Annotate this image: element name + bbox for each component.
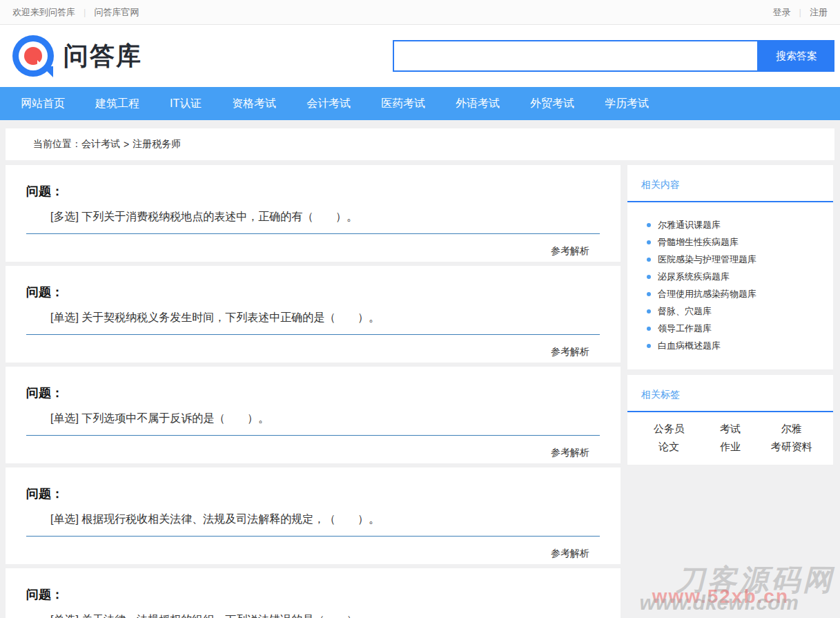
question-card: 问题： [单选] 根据现行税收相关法律、法规及司法解释的规定，（ ）。 参考解析 (6, 467, 621, 564)
bullet-dot-icon (647, 327, 651, 331)
nav-item-qualification[interactable]: 资格考试 (232, 97, 276, 111)
tag-link[interactable]: 作业 (700, 438, 761, 455)
question-card: 问题： [单选] 下列选项中不属于反诉的是（ ）。 参考解析 (6, 367, 621, 463)
logo[interactable]: 问答库 (12, 35, 142, 77)
related-item[interactable]: 督脉、穴题库 (627, 302, 833, 320)
reference-analysis-link[interactable]: 参考解析 (551, 447, 589, 458)
question-text-link[interactable]: [单选] 关于契税纳税义务发生时间，下列表述中正确的是（ ）。 (26, 311, 600, 325)
breadcrumb-separator: > (124, 139, 129, 150)
welcome-text: 欢迎来到问答库 (12, 6, 75, 19)
breadcrumb-current-link[interactable]: 注册税务师 (133, 138, 181, 151)
breadcrumb-label: 当前位置： (33, 138, 81, 151)
related-item[interactable]: 骨髓增生性疾病题库 (627, 233, 833, 251)
breadcrumb-category-link[interactable]: 会计考试 (81, 138, 120, 151)
tag-link[interactable]: 论文 (638, 438, 700, 455)
register-link[interactable]: 注册 (810, 6, 828, 19)
question-divider (26, 536, 600, 537)
nav-item-medical[interactable]: 医药考试 (381, 97, 425, 111)
related-tags-box: 相关标签 公务员 考试 尔雅 论文 作业 考研资料 (627, 375, 833, 465)
logo-speech-bubble-icon (12, 35, 54, 77)
question-card: 问题： [单选] 关于契税纳税义务发生时间，下列表述中正确的是（ ）。 参考解析 (6, 266, 621, 363)
question-card: 问题： [多选] 下列关于消费税纳税地点的表述中，正确的有（ ）。 参考解析 (6, 165, 621, 262)
main-nav: 网站首页 建筑工程 IT认证 资格考试 会计考试 医药考试 外语考试 外贸考试 … (0, 87, 840, 120)
tag-link[interactable]: 考研资料 (761, 438, 822, 455)
nav-item-construction[interactable]: 建筑工程 (95, 97, 139, 111)
related-item[interactable]: 尔雅通识课题库 (627, 216, 833, 233)
header: 问答库 搜索答案 (0, 25, 840, 87)
search-bar: 搜索答案 (393, 40, 834, 72)
question-heading: 问题： (26, 485, 600, 502)
bullet-dot-icon (647, 240, 651, 244)
bullet-dot-icon (647, 275, 651, 279)
related-item[interactable]: 领导工作题库 (627, 320, 833, 337)
topbar: 欢迎来到问答库 | 问答库官网 登录 | 注册 (0, 0, 840, 25)
related-tags-title: 相关标签 (627, 375, 833, 412)
question-list: 问题： [多选] 下列关于消费税纳税地点的表述中，正确的有（ ）。 参考解析 问… (6, 165, 621, 618)
question-card: 问题： [单选] 关于法律、法规授权的组织，下列说法错误的是（ ）。 参考解析 (6, 568, 621, 618)
tag-link[interactable]: 公务员 (638, 421, 700, 437)
bullet-dot-icon (647, 258, 651, 262)
official-site-link[interactable]: 问答库官网 (94, 6, 139, 19)
question-heading: 问题： (26, 284, 600, 300)
question-divider (26, 233, 600, 234)
breadcrumb: 当前位置： 会计考试 > 注册税务师 (6, 128, 834, 160)
question-heading: 问题： (26, 385, 600, 401)
tag-link[interactable]: 尔雅 (761, 421, 822, 437)
question-divider (26, 334, 600, 335)
question-heading: 问题： (26, 586, 600, 603)
nav-item-home[interactable]: 网站首页 (21, 97, 65, 111)
question-text-link[interactable]: [单选] 下列选项中不属于反诉的是（ ）。 (26, 412, 600, 426)
bullet-dot-icon (647, 292, 651, 296)
nav-item-accounting[interactable]: 会计考试 (306, 97, 351, 111)
question-text-link[interactable]: [单选] 关于法律、法规授权的组织，下列说法错误的是（ ）。 (26, 613, 600, 618)
logo-text: 问答库 (64, 39, 142, 73)
tag-link[interactable]: 考试 (700, 421, 761, 437)
reference-analysis-link[interactable]: 参考解析 (551, 548, 589, 559)
related-content-box: 相关内容 尔雅通识课题库 骨髓增生性疾病题库 医院感染与护理管理题库 泌尿系统疾… (627, 165, 833, 369)
nav-item-foreign-trade[interactable]: 外贸考试 (530, 97, 574, 111)
nav-item-academic[interactable]: 学历考试 (605, 97, 649, 111)
topbar-divider: | (84, 7, 86, 17)
topbar-right-divider: | (799, 7, 801, 17)
nav-item-it-cert[interactable]: IT认证 (170, 97, 202, 111)
bullet-dot-icon (647, 309, 651, 313)
login-link[interactable]: 登录 (773, 6, 791, 19)
reference-analysis-link[interactable]: 参考解析 (551, 346, 589, 357)
related-item[interactable]: 白血病概述题库 (627, 337, 833, 354)
related-item[interactable]: 泌尿系统疾病题库 (627, 268, 833, 285)
reference-analysis-link[interactable]: 参考解析 (551, 245, 589, 256)
sidebar: 相关内容 尔雅通识课题库 骨髓增生性疾病题库 医院感染与护理管理题库 泌尿系统疾… (627, 165, 833, 470)
bullet-dot-icon (647, 223, 651, 227)
bullet-dot-icon (647, 344, 651, 348)
related-item[interactable]: 医院感染与护理管理题库 (627, 251, 833, 268)
related-item[interactable]: 合理使用抗感染药物题库 (627, 285, 833, 302)
related-content-title: 相关内容 (627, 165, 833, 202)
question-text-link[interactable]: [多选] 下列关于消费税纳税地点的表述中，正确的有（ ）。 (26, 210, 600, 224)
search-button[interactable]: 搜索答案 (759, 40, 834, 72)
nav-item-foreign-lang[interactable]: 外语考试 (456, 97, 500, 111)
question-text-link[interactable]: [单选] 根据现行税收相关法律、法规及司法解释的规定，（ ）。 (26, 512, 600, 527)
question-divider (26, 435, 600, 436)
question-heading: 问题： (26, 183, 600, 200)
search-input[interactable] (393, 40, 759, 72)
